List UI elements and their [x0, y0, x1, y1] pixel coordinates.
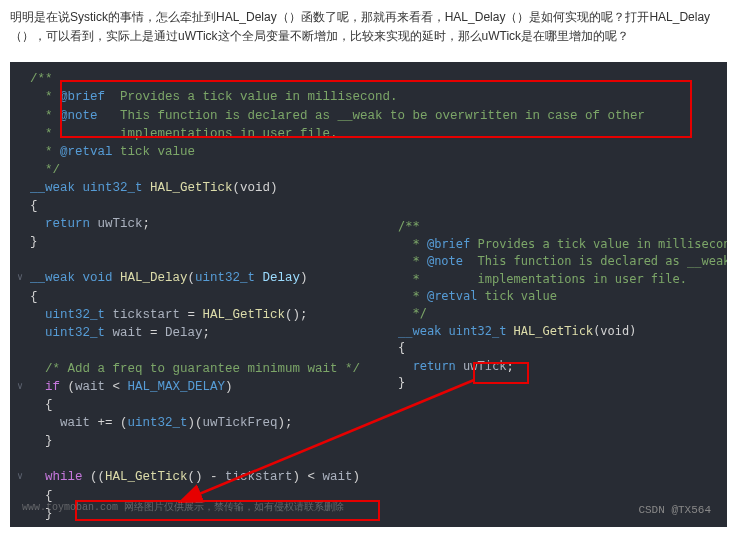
var: tickstart	[105, 308, 180, 322]
var: wait	[323, 470, 353, 484]
param-type: uint32_t	[195, 271, 255, 285]
comment: This function is declared as __weak to b…	[98, 109, 646, 123]
keyword-if: if	[30, 380, 60, 394]
comment: This function is declared as __weak to b…	[463, 254, 727, 268]
doxygen-tag: @brief	[60, 90, 105, 104]
comment: tick value	[477, 289, 556, 303]
watermark: www.toymoban.com 网络图片仅供展示，禁传输，如有侵权请联系删除	[22, 501, 344, 516]
brace: {	[398, 341, 405, 355]
params: (void)	[593, 324, 636, 338]
function-name: HAL_GetTick	[506, 324, 593, 338]
var: Delay	[165, 326, 203, 340]
comment-end: */	[30, 163, 60, 177]
comment: *	[398, 254, 427, 268]
brace: {	[30, 398, 53, 412]
comment: Provides a tick value in millisecond.	[105, 90, 398, 104]
paren: (	[188, 271, 196, 285]
op: =	[180, 308, 203, 322]
cast-type: uint32_t	[128, 416, 188, 430]
comment: Provides a tick value in millisecond.	[470, 237, 727, 251]
type: uint32_t	[30, 308, 105, 322]
op: () -	[188, 470, 226, 484]
type: uint32_t	[75, 181, 143, 195]
const: HAL_MAX_DELAY	[128, 380, 226, 394]
comment: *	[398, 237, 427, 251]
comment: *	[30, 109, 60, 123]
paren: )	[225, 380, 233, 394]
keyword-weak: __weak	[30, 271, 75, 285]
comment: * implementations in user file.	[398, 272, 687, 286]
function-name: HAL_GetTick	[143, 181, 233, 195]
doxygen-tag: @note	[60, 109, 98, 123]
paren: )	[353, 470, 361, 484]
var: tickstart	[225, 470, 293, 484]
end: ();	[285, 308, 308, 322]
op: ) <	[293, 470, 323, 484]
func-call: HAL_GetTick	[203, 308, 286, 322]
intro-paragraph: 明明是在说Systick的事情，怎么牵扯到HAL_Delay（）函数了呢，那就再…	[0, 0, 737, 54]
comment-start: /**	[30, 72, 53, 86]
comment: /* Add a freq to guarantee minimum wait …	[30, 362, 360, 376]
var: wait	[75, 380, 105, 394]
keyword-return: return	[398, 359, 456, 373]
semi: ;	[203, 326, 211, 340]
paren: (	[60, 380, 75, 394]
gutter: ∨ ∨ ∨	[14, 70, 26, 522]
comment: *	[30, 90, 60, 104]
params: (void)	[233, 181, 278, 195]
brace: }	[30, 235, 38, 249]
comment-start: /**	[398, 219, 420, 233]
comment: tick value	[113, 145, 196, 159]
var: uwTickFreq	[203, 416, 278, 430]
keyword-return: return	[30, 217, 90, 231]
type: uint32_t	[30, 326, 105, 340]
semi: ;	[143, 217, 151, 231]
type: uint32_t	[441, 324, 506, 338]
var: wait	[105, 326, 143, 340]
op: <	[105, 380, 128, 394]
fold-chevron-icon[interactable]: ∨	[14, 468, 26, 486]
blank-line	[30, 450, 727, 468]
fold-chevron-icon[interactable]: ∨	[14, 269, 26, 287]
code-editor: ∨ ∨ ∨ /** * @brief Provides a tick value…	[10, 62, 727, 527]
op: += (	[90, 416, 128, 430]
comment: * implementations in user file.	[30, 127, 338, 141]
var-uwtick: uwTick	[90, 217, 143, 231]
keyword-while: while	[30, 470, 83, 484]
paren: ((	[83, 470, 106, 484]
doxygen-tag: @retval	[60, 145, 113, 159]
var-uwtick: uwTick	[456, 359, 507, 373]
fold-chevron-icon[interactable]: ∨	[14, 378, 26, 396]
brace: {	[30, 199, 38, 213]
inset-code: /** * @brief Provides a tick value in mi…	[392, 216, 727, 394]
paren: )(	[188, 416, 203, 430]
function-name: HAL_Delay	[113, 271, 188, 285]
paren: )	[300, 271, 308, 285]
end: );	[278, 416, 293, 430]
credit-label: CSDN @TX564	[638, 503, 711, 519]
semi: ;	[506, 359, 513, 373]
param-name: Delay	[255, 271, 300, 285]
op: =	[143, 326, 166, 340]
type: void	[75, 271, 113, 285]
doxygen-tag: @retval	[427, 289, 478, 303]
var: wait	[30, 416, 90, 430]
doxygen-tag: @note	[427, 254, 463, 268]
brace: }	[398, 376, 405, 390]
comment: *	[398, 289, 427, 303]
doxygen-tag: @brief	[427, 237, 470, 251]
keyword-weak: __weak	[398, 324, 441, 338]
comment-end: */	[398, 306, 427, 320]
func-call: HAL_GetTick	[105, 470, 188, 484]
keyword-weak: __weak	[30, 181, 75, 195]
brace: {	[30, 290, 38, 304]
comment: *	[30, 145, 60, 159]
brace: }	[30, 434, 53, 448]
